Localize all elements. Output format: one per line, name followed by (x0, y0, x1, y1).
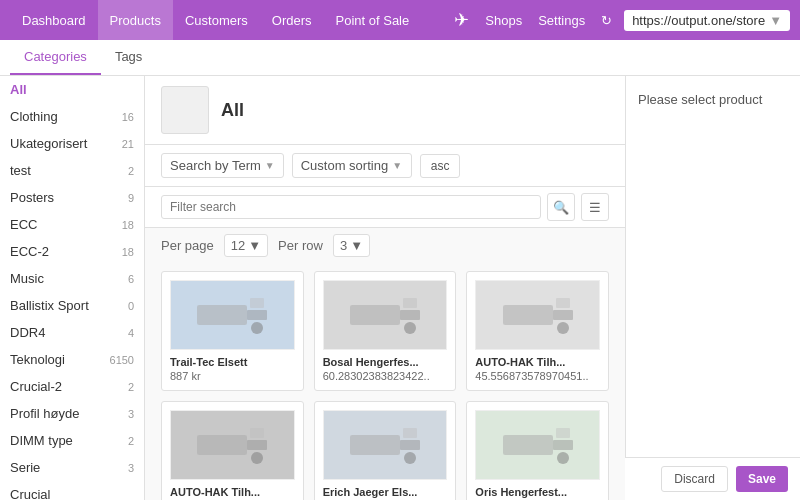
product-price: 887 kr (170, 370, 295, 382)
nav-orders[interactable]: Orders (260, 0, 324, 40)
product-card[interactable]: Erich Jaeger Els... 20.101999183862404.. (314, 401, 457, 500)
sidebar-item-dimm-type[interactable]: DIMM type2 (0, 427, 144, 454)
url-text: https://output.one/store (632, 13, 765, 28)
sidebar-item-label: ECC (10, 217, 37, 232)
sub-navigation: Categories Tags (0, 40, 800, 76)
product-name: AUTO-HAK Tilh... (475, 356, 600, 368)
sidebar-item-label: Serie (10, 460, 40, 475)
svg-point-10 (557, 322, 569, 334)
product-thumbnail (192, 290, 272, 340)
svg-point-22 (557, 452, 569, 464)
sidebar-item-count: 0 (128, 300, 134, 312)
list-view-button[interactable]: ☰ (581, 193, 609, 221)
bottom-bar: Discard Save (625, 457, 800, 500)
send-icon: ✈ (454, 9, 469, 31)
product-thumbnail (345, 290, 425, 340)
svg-rect-19 (403, 428, 417, 438)
sidebar-item-clothing[interactable]: Clothing16 (0, 103, 144, 130)
sidebar-item-ddr4[interactable]: DDR44 (0, 319, 144, 346)
svg-rect-0 (197, 305, 247, 325)
product-card[interactable]: Trail-Tec Elsett 887 kr (161, 271, 304, 391)
sidebar-item-label: Teknologi (10, 352, 65, 367)
per-page-row: Per page 12 ▼ Per row 3 ▼ (145, 228, 625, 263)
sorting-label: Custom sorting (301, 158, 388, 173)
sorting-select[interactable]: Custom sorting ▼ (292, 153, 412, 178)
sidebar-item-label: Clothing (10, 109, 58, 124)
svg-rect-7 (403, 298, 417, 308)
sidebar-item-serie[interactable]: Serie3 (0, 454, 144, 481)
product-price: 60.28302383823422.. (323, 370, 448, 382)
sidebar-item-count: 9 (128, 192, 134, 204)
sidebar: AllClothing16Ukategorisert21test2Posters… (0, 76, 145, 500)
sidebar-item-count: 21 (122, 138, 134, 150)
tab-tags[interactable]: Tags (101, 40, 156, 75)
product-card[interactable]: AUTO-HAK Tilh... 45.556873578970451.. (466, 271, 609, 391)
sidebar-item-test[interactable]: test2 (0, 157, 144, 184)
product-image (475, 410, 600, 480)
search-by-select[interactable]: Search by Term ▼ (161, 153, 284, 178)
per-page-value: 12 (231, 238, 245, 253)
sidebar-item-posters[interactable]: Posters9 (0, 184, 144, 211)
product-card[interactable]: Bosal Hengerfes... 60.28302383823422.. (314, 271, 457, 391)
sidebar-item-label: DIMM type (10, 433, 73, 448)
nav-dashboard[interactable]: Dashboard (10, 0, 98, 40)
sidebar-item-ukategorisert[interactable]: Ukategorisert21 (0, 130, 144, 157)
sidebar-item-ecc-2[interactable]: ECC-218 (0, 238, 144, 265)
per-row-select[interactable]: 3 ▼ (333, 234, 370, 257)
sidebar-item-teknologi[interactable]: Teknologi6150 (0, 346, 144, 373)
sidebar-item-ballistix-sport[interactable]: Ballistix Sport0 (0, 292, 144, 319)
sidebar-item-count: 6 (128, 273, 134, 285)
nav-products[interactable]: Products (98, 0, 173, 40)
svg-rect-17 (400, 440, 420, 450)
sidebar-item-label: ECC-2 (10, 244, 49, 259)
svg-rect-1 (247, 310, 267, 320)
product-image (170, 280, 295, 350)
sidebar-item-count: 2 (128, 165, 134, 177)
save-button[interactable]: Save (736, 466, 788, 492)
filter-search-input[interactable] (170, 200, 532, 214)
settings-link[interactable]: Settings (534, 13, 589, 28)
svg-rect-8 (503, 305, 553, 325)
sidebar-item-profil-høyde[interactable]: Profil høyde3 (0, 400, 144, 427)
sidebar-item-label: Posters (10, 190, 54, 205)
product-header: All (145, 76, 625, 145)
sidebar-item-label: All (10, 82, 27, 97)
sidebar-item-count: 4 (128, 327, 134, 339)
svg-rect-5 (400, 310, 420, 320)
sidebar-item-crucial-2[interactable]: Crucial-22 (0, 373, 144, 400)
discard-button[interactable]: Discard (661, 466, 728, 492)
product-name: Erich Jaeger Els... (323, 486, 448, 498)
per-row-value: 3 (340, 238, 347, 253)
per-page-select[interactable]: 12 ▼ (224, 234, 268, 257)
main-layout: AllClothing16Ukategorisert21test2Posters… (0, 76, 800, 500)
product-card[interactable]: Oris Hengerfest... 62.970948300533531.. (466, 401, 609, 500)
asc-button[interactable]: asc (420, 154, 461, 178)
per-row-chevron: ▼ (350, 238, 363, 253)
refresh-icon[interactable]: ↻ (597, 13, 616, 28)
url-bar[interactable]: https://output.one/store ▼ (624, 10, 790, 31)
search-button[interactable]: 🔍 (547, 193, 575, 221)
sidebar-item-music[interactable]: Music6 (0, 265, 144, 292)
sidebar-item-all[interactable]: All (0, 76, 144, 103)
svg-rect-13 (247, 440, 267, 450)
url-dropdown-icon[interactable]: ▼ (769, 13, 782, 28)
sidebar-item-count: 3 (128, 408, 134, 420)
svg-rect-20 (503, 435, 553, 455)
tab-categories[interactable]: Categories (10, 40, 101, 75)
svg-rect-23 (556, 428, 570, 438)
sidebar-item-count: 2 (128, 381, 134, 393)
nav-customers[interactable]: Customers (173, 0, 260, 40)
per-page-label: Per page (161, 238, 214, 253)
nav-pos[interactable]: Point of Sale (324, 0, 422, 40)
filter-search-wrap[interactable] (161, 195, 541, 219)
sidebar-item-crucial[interactable]: Crucial (0, 481, 144, 500)
product-card[interactable]: AUTO-HAK Tilh... 1167 kr (161, 401, 304, 500)
product-name: Trail-Tec Elsett (170, 356, 295, 368)
sidebar-item-label: Crucial-2 (10, 379, 62, 394)
svg-point-2 (251, 322, 263, 334)
product-icon (161, 86, 209, 134)
shops-link[interactable]: Shops (481, 13, 526, 28)
sidebar-item-ecc[interactable]: ECC18 (0, 211, 144, 238)
sidebar-item-label: test (10, 163, 31, 178)
search-by-chevron: ▼ (265, 160, 275, 171)
